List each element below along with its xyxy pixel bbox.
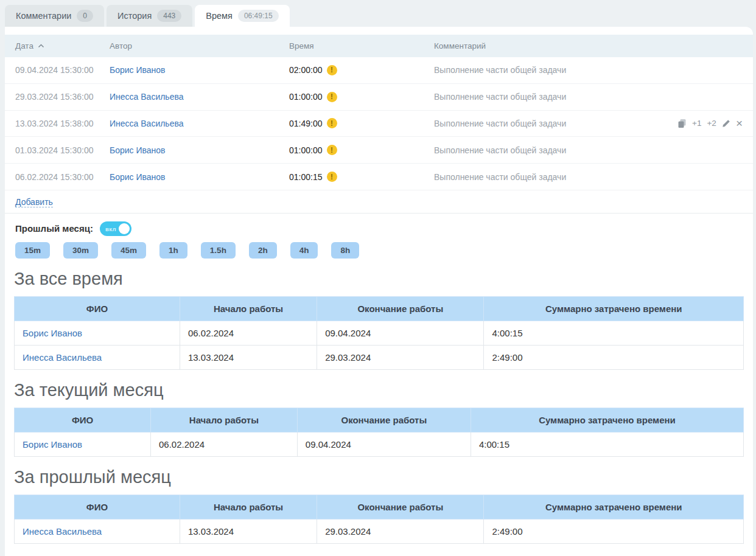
summary-section-title: За текущий месяц — [14, 380, 744, 400]
summary-header-cell: Окончание работы — [317, 296, 484, 321]
summary-person-cell: Борис Иванов — [15, 432, 151, 456]
tab-history-badge: 443 — [157, 10, 181, 22]
tab-time-badge: 06:49:15 — [238, 10, 279, 22]
toggle-on-text: вкл — [105, 226, 116, 232]
entry-date: 29.03.2024 15:36:00 — [15, 92, 110, 102]
time-tab-panel: Дата Автор Время Комментарий 09.04.2024 … — [5, 27, 753, 556]
summary-person-cell: Борис Иванов — [15, 321, 180, 345]
entry-author-link[interactable]: Инесса Васильева — [110, 119, 289, 128]
preset-button-15m[interactable]: 15m — [15, 242, 50, 259]
summary-table: ФИОНачало работыОкончание работыСуммарно… — [14, 408, 744, 457]
summary-header-cell: ФИО — [15, 495, 180, 519]
add-entry-link[interactable]: Добавить — [15, 197, 53, 207]
preset-button-2h[interactable]: 2h — [249, 242, 277, 259]
warning-icon: ! — [327, 118, 337, 128]
summary-value-cell: 06.02.2024 — [180, 321, 317, 345]
summary-table: ФИОНачало работыОкончание работыСуммарно… — [14, 495, 744, 544]
entry-author-link[interactable]: Борис Иванов — [110, 65, 289, 75]
summary-person-cell: Инесса Васильева — [15, 345, 180, 369]
delete-icon[interactable]: × — [736, 117, 743, 129]
summary-row: Борис Иванов06.02.202409.04.20244:00:15 — [15, 321, 744, 345]
tab-time[interactable]: Время 06:49:15 — [195, 5, 289, 27]
time-entries-table: Дата Автор Время Комментарий 09.04.2024 … — [5, 27, 753, 214]
summary-header-cell: ФИО — [15, 296, 180, 321]
entry-date: 06.02.2024 15:30:00 — [15, 172, 110, 182]
toggle-knob — [119, 223, 130, 234]
entry-comment: Выполнение части общей задачи — [434, 145, 743, 155]
time-entry-row: 06.02.2024 15:30:00 Борис Иванов 01:00:1… — [5, 164, 753, 190]
sort-chevron-up-icon — [38, 44, 44, 48]
summary-row: Инесса Васильева13.03.202429.03.20242:49… — [15, 519, 744, 543]
tab-time-label: Время — [206, 11, 233, 21]
summary-header-cell: Окончание работы — [317, 495, 484, 519]
edit-pencil-icon[interactable] — [722, 119, 730, 128]
date-column-header[interactable]: Дата — [15, 41, 110, 50]
summary-row: Борис Иванов06.02.202409.04.20244:00:15 — [15, 432, 744, 456]
summary-value-cell: 29.03.2024 — [317, 519, 484, 543]
preset-button-1.5h[interactable]: 1.5h — [201, 242, 236, 259]
summary-person-cell: Инесса Васильева — [15, 519, 180, 543]
summary-row: Инесса Васильева13.03.202429.03.20242:49… — [15, 345, 744, 369]
summary-header-cell: Начало работы — [151, 408, 298, 432]
entry-comment: Выполнение части общей задачи — [434, 65, 743, 75]
last-month-toggle[interactable]: вкл — [100, 221, 131, 236]
entry-time: 01:00:15 — [289, 172, 323, 182]
tab-history[interactable]: История 443 — [107, 5, 192, 27]
preset-button-30m[interactable]: 30m — [63, 242, 98, 259]
divider — [5, 213, 753, 214]
person-link[interactable]: Инесса Васильева — [23, 526, 102, 537]
person-link[interactable]: Инесса Васильева — [23, 352, 102, 363]
time-entries-body: 09.04.2024 15:30:00 Борис Иванов 02:00:0… — [5, 57, 753, 190]
add-entry-row: Добавить — [5, 190, 753, 213]
preset-button-1h[interactable]: 1h — [159, 242, 187, 259]
tab-comments[interactable]: Комментарии 0 — [5, 5, 104, 27]
warning-icon: ! — [327, 92, 337, 102]
last-month-toggle-row: Прошлый месяц: вкл — [15, 221, 743, 236]
summary-section: За прошлый месяц ФИОНачало работыОкончан… — [5, 467, 753, 544]
entry-author-link[interactable]: Борис Иванов — [110, 172, 289, 182]
preset-button-8h[interactable]: 8h — [331, 242, 359, 259]
entry-time: 01:00:00 — [289, 145, 323, 155]
preset-button-45m[interactable]: 45m — [111, 242, 146, 259]
time-entry-row: 13.03.2024 15:38:00 Инесса Васильева 01:… — [5, 111, 753, 137]
person-link[interactable]: Борис Иванов — [23, 439, 82, 450]
summary-value-cell: 2:49:00 — [484, 345, 744, 369]
summary-value-cell: 13.03.2024 — [180, 519, 317, 543]
warning-icon: ! — [327, 65, 337, 75]
summary-section: За текущий месяц ФИОНачало работыОкончан… — [5, 380, 753, 457]
summary-header-cell: Суммарно затрачено времени — [471, 408, 743, 432]
entry-author-link[interactable]: Борис Иванов — [110, 145, 289, 155]
comment-column-header: Комментарий — [434, 41, 743, 50]
entry-actions: +1 +2 × — [677, 117, 743, 129]
time-entry-row: 09.04.2024 15:30:00 Борис Иванов 02:00:0… — [5, 57, 753, 84]
summary-value-cell: 09.04.2024 — [317, 321, 484, 345]
summary-value-cell: 29.03.2024 — [317, 345, 484, 369]
summary-value-cell: 09.04.2024 — [297, 432, 471, 456]
author-column-header: Автор — [110, 41, 289, 50]
summary-value-cell: 13.03.2024 — [180, 345, 317, 369]
summary-header-cell: Окончание работы — [297, 408, 471, 432]
summary-header-cell: Суммарно затрачено времени — [484, 296, 744, 321]
tab-history-label: История — [117, 11, 152, 21]
entry-date: 09.04.2024 15:30:00 — [15, 65, 110, 75]
summary-header-cell: Суммарно затрачено времени — [484, 495, 744, 519]
time-entries-header: Дата Автор Время Комментарий — [5, 35, 753, 57]
time-preset-buttons: 15m30m45m1h1.5h2h4h8h — [15, 242, 743, 259]
entry-comment: Выполнение части общей задачи — [434, 92, 743, 102]
summary-header-cell: Начало работы — [180, 296, 317, 321]
summary-header-cell: ФИО — [15, 408, 151, 432]
summary-value-cell: 4:00:15 — [484, 321, 744, 345]
person-link[interactable]: Борис Иванов — [23, 328, 82, 338]
entry-author-link[interactable]: Инесса Васильева — [110, 92, 289, 102]
summary-header-cell: Начало работы — [180, 495, 317, 519]
summary-section: За все время ФИОНачало работыОкончание р… — [5, 269, 753, 370]
plus-2-button[interactable]: +2 — [707, 119, 716, 128]
summary-table: ФИОНачало работыОкончание работыСуммарно… — [14, 296, 744, 370]
entry-date: 01.03.2024 15:30:00 — [15, 145, 110, 155]
plus-1-button[interactable]: +1 — [692, 119, 701, 128]
preset-button-4h[interactable]: 4h — [290, 242, 318, 259]
copy-icon[interactable] — [677, 119, 687, 128]
warning-icon: ! — [327, 172, 337, 182]
tab-comments-label: Комментарии — [16, 11, 71, 21]
entry-date: 13.03.2024 15:38:00 — [15, 119, 110, 128]
